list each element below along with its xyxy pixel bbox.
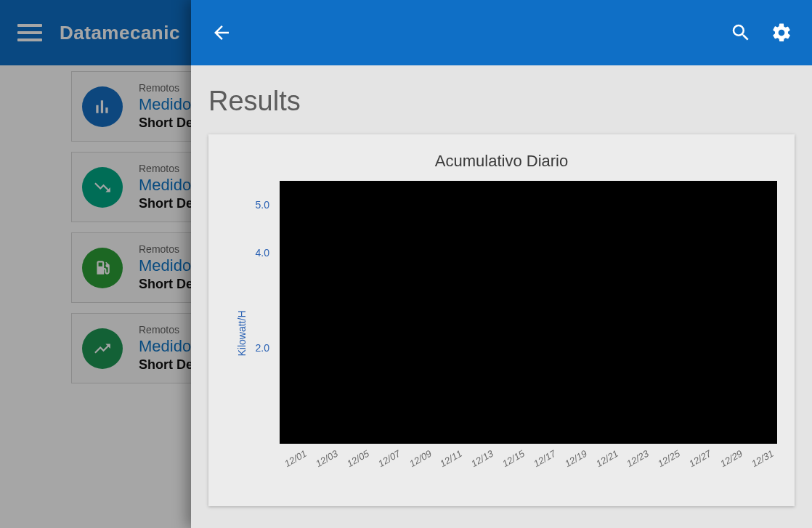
gear-icon <box>771 22 792 44</box>
chart-xtick: 12/31 <box>750 448 776 469</box>
settings-button[interactable] <box>767 18 796 47</box>
arrow-back-icon <box>211 22 232 44</box>
panel-appbar <box>191 0 812 65</box>
chart-xtick: 12/11 <box>439 448 465 469</box>
chart-xtick: 12/21 <box>594 448 620 469</box>
results-panel: Results Acumulativo Diario Kilowatt/H 2.… <box>191 0 812 528</box>
chart-xtick: 12/09 <box>407 448 434 469</box>
chart-xtick: 12/03 <box>314 448 340 469</box>
chart-xtick: 12/19 <box>563 448 589 469</box>
chart-xtick: 12/01 <box>283 448 309 469</box>
chart-ytick: 2.0 <box>256 342 269 354</box>
back-button[interactable] <box>207 18 236 47</box>
chart-ytick: 5.0 <box>256 199 269 211</box>
chart-title: Acumulativo Diario <box>222 152 781 171</box>
chart-xtick: 12/23 <box>625 448 651 469</box>
chart-area: Kilowatt/H 2.04.05.0 12/0112/0312/0512/0… <box>222 181 781 486</box>
chart-plot-body <box>280 181 777 444</box>
search-icon <box>730 22 752 44</box>
chart-xtick: 12/25 <box>656 448 682 469</box>
chart-xtick: 12/29 <box>718 448 744 469</box>
chart-xtick: 12/07 <box>376 448 402 469</box>
chart-xtick: 12/15 <box>500 448 527 469</box>
chart-card: Acumulativo Diario Kilowatt/H 2.04.05.0 … <box>208 134 795 506</box>
chart-xtick: 12/13 <box>469 448 495 469</box>
chart-xticks: 12/0112/0312/0512/0712/0912/1112/1312/15… <box>280 444 777 486</box>
panel-body: Results Acumulativo Diario Kilowatt/H 2.… <box>191 65 812 506</box>
chart-xtick: 12/05 <box>345 448 371 469</box>
search-button[interactable] <box>726 18 755 47</box>
results-title: Results <box>208 86 812 117</box>
chart-xtick: 12/17 <box>532 448 558 469</box>
chart-ytick: 4.0 <box>256 247 269 259</box>
chart-xtick: 12/27 <box>687 448 713 469</box>
chart-yticks: 2.04.05.0 <box>243 181 272 444</box>
